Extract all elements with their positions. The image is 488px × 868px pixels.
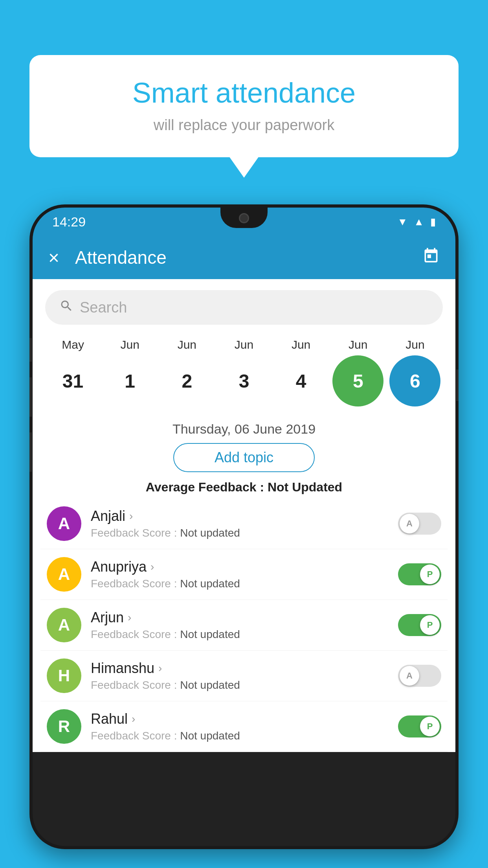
screen-content: Search May Jun Jun Jun Jun Jun Jun 31 xyxy=(33,279,455,752)
student-info[interactable]: Arjun › Feedback Score : Not updated xyxy=(91,609,398,641)
speech-bubble-wrapper: Smart attendance will replace your paper… xyxy=(29,55,459,157)
student-list: A Anjali › Feedback Score : Not updated … xyxy=(33,498,455,752)
attendance-toggle[interactable]: P xyxy=(398,563,441,585)
cal-month-1: Jun xyxy=(105,338,156,351)
phone-wrapper: 14:29 ▼ ▲ ▮ × Attendance xyxy=(29,204,459,868)
student-info[interactable]: Anjali › Feedback Score : Not updated xyxy=(91,508,398,539)
toggle-knob: A xyxy=(400,514,419,533)
student-info[interactable]: Anupriya › Feedback Score : Not updated xyxy=(91,559,398,590)
battery-icon: ▮ xyxy=(430,216,436,228)
student-name: Rahul › xyxy=(91,711,398,727)
silent-button xyxy=(29,338,32,362)
attendance-toggle[interactable]: P xyxy=(398,614,441,636)
avatar: R xyxy=(47,709,81,744)
cal-month-3: Jun xyxy=(218,338,270,351)
student-feedback: Feedback Score : Not updated xyxy=(91,730,398,742)
search-icon xyxy=(59,299,73,316)
list-item: A Anjali › Feedback Score : Not updated … xyxy=(40,498,448,549)
student-name: Himanshu › xyxy=(91,660,398,677)
calendar-button[interactable] xyxy=(422,247,440,268)
cal-date-6[interactable]: 6 xyxy=(389,355,440,406)
add-topic-button[interactable]: Add topic xyxy=(173,443,315,472)
avg-feedback-label: Average Feedback : xyxy=(146,480,264,494)
toggle-knob: P xyxy=(420,717,440,736)
student-name: Anupriya › xyxy=(91,559,398,575)
speech-bubble-title: Smart attendance xyxy=(53,77,435,109)
phone: 14:29 ▼ ▲ ▮ × Attendance xyxy=(29,204,459,849)
chevron-right-icon: › xyxy=(150,561,154,573)
calendar-dates: 31 1 2 3 4 5 6 xyxy=(40,351,448,406)
cal-date-4[interactable]: 4 xyxy=(275,355,327,406)
signal-icon: ▲ xyxy=(414,216,424,228)
avatar: A xyxy=(47,506,81,541)
student-info[interactable]: Rahul › Feedback Score : Not updated xyxy=(91,711,398,742)
speech-bubble: Smart attendance will replace your paper… xyxy=(29,55,459,157)
search-placeholder: Search xyxy=(80,299,127,316)
cal-month-6: Jun xyxy=(389,338,440,351)
feedback-value: Not updated xyxy=(180,730,240,742)
wifi-icon: ▼ xyxy=(398,216,408,228)
list-item: H Himanshu › Feedback Score : Not update… xyxy=(40,651,448,701)
app-bar: × Attendance xyxy=(33,236,455,279)
phone-inner: 14:29 ▼ ▲ ▮ × Attendance xyxy=(33,208,455,846)
cal-month-4: Jun xyxy=(275,338,327,351)
avatar: A xyxy=(47,557,81,592)
cal-month-2: Jun xyxy=(161,338,213,351)
notch xyxy=(220,208,268,228)
cal-date-0[interactable]: 31 xyxy=(48,355,99,406)
cal-date-3[interactable]: 3 xyxy=(218,355,270,406)
attendance-toggle[interactable]: A xyxy=(398,665,441,687)
speech-bubble-subtitle: will replace your paperwork xyxy=(53,117,435,134)
attendance-toggle[interactable]: A xyxy=(398,513,441,535)
status-icons: ▼ ▲ ▮ xyxy=(398,216,436,228)
list-item: A Anupriya › Feedback Score : Not update… xyxy=(40,549,448,600)
camera-icon xyxy=(239,213,249,223)
student-feedback: Feedback Score : Not updated xyxy=(91,577,398,590)
avatar: A xyxy=(47,608,81,642)
feedback-value: Not updated xyxy=(180,527,240,539)
student-feedback: Feedback Score : Not updated xyxy=(91,679,398,691)
student-info[interactable]: Himanshu › Feedback Score : Not updated xyxy=(91,660,398,691)
feedback-value: Not updated xyxy=(180,628,240,640)
student-feedback: Feedback Score : Not updated xyxy=(91,527,398,539)
volume-down-button xyxy=(29,432,32,472)
search-bar[interactable]: Search xyxy=(45,290,443,325)
toggle-knob: A xyxy=(400,666,419,686)
cal-month-5: Jun xyxy=(332,338,383,351)
calendar-strip: May Jun Jun Jun Jun Jun Jun 31 1 2 3 4 xyxy=(33,334,455,414)
attendance-toggle[interactable]: P xyxy=(398,715,441,737)
toggle-knob: P xyxy=(420,615,440,635)
status-time: 14:29 xyxy=(52,214,86,230)
cal-date-5[interactable]: 5 xyxy=(332,355,383,406)
app-bar-title: Attendance xyxy=(75,247,422,268)
chevron-right-icon: › xyxy=(158,662,162,675)
calendar-months: May Jun Jun Jun Jun Jun Jun xyxy=(40,338,448,351)
list-item: R Rahul › Feedback Score : Not updated P xyxy=(40,701,448,752)
chevron-right-icon: › xyxy=(129,510,133,522)
student-feedback: Feedback Score : Not updated xyxy=(91,628,398,641)
feedback-value: Not updated xyxy=(180,679,240,691)
chevron-right-icon: › xyxy=(128,611,131,624)
list-item: A Arjun › Feedback Score : Not updated P xyxy=(40,600,448,651)
toggle-knob: P xyxy=(420,565,440,584)
close-button[interactable]: × xyxy=(48,247,59,268)
cal-date-2[interactable]: 2 xyxy=(161,355,213,406)
volume-up-button xyxy=(29,377,32,417)
avatar: H xyxy=(47,658,81,693)
chevron-right-icon: › xyxy=(132,713,135,725)
student-name: Anjali › xyxy=(91,508,398,524)
cal-month-0: May xyxy=(48,338,99,351)
cal-date-1[interactable]: 1 xyxy=(105,355,156,406)
power-button xyxy=(456,370,459,401)
avg-feedback-value: Not Updated xyxy=(268,480,342,494)
selected-date-label: Thursday, 06 June 2019 xyxy=(33,421,455,437)
avg-feedback: Average Feedback : Not Updated xyxy=(33,480,455,495)
student-name: Arjun › xyxy=(91,609,398,626)
feedback-value: Not updated xyxy=(180,577,240,590)
